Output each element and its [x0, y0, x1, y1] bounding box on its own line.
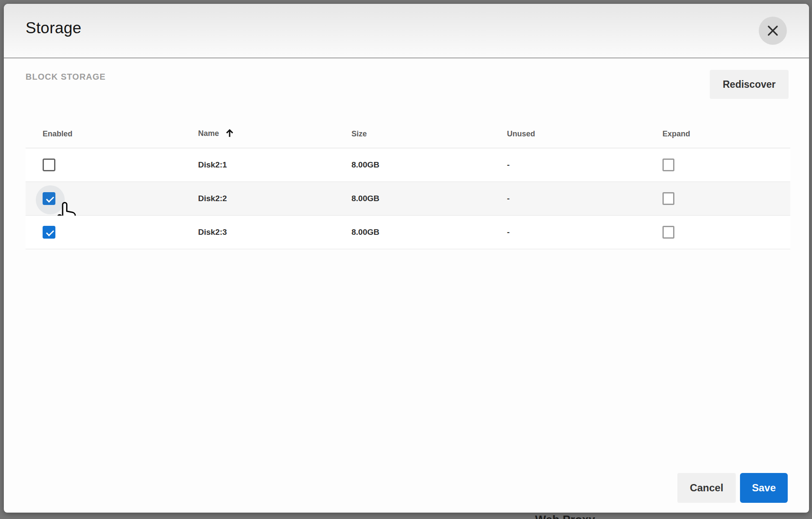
disk-unused: - [507, 194, 510, 203]
table-row-disk2-1: Disk2:1 8.00GB - [26, 148, 790, 182]
table-row-disk2-2: Disk2:2 8.00GB - [26, 182, 790, 216]
storage-dialog: Storage BLOCK STORAGE Rediscover Enabled… [4, 4, 809, 513]
sort-ascending-icon [225, 128, 234, 140]
disk-name: Disk2:3 [198, 228, 227, 237]
dialog-title: Storage [26, 19, 81, 37]
disk-name: Disk2:1 [198, 160, 227, 170]
block-storage-table: Enabled Name Size Unused Expand Disk2:1 … [26, 120, 790, 249]
save-button[interactable]: Save [740, 473, 788, 503]
column-header-unused: Unused [507, 130, 535, 138]
column-header-expand: Expand [662, 130, 690, 138]
section-label-block-storage: BLOCK STORAGE [26, 72, 106, 82]
enabled-checkbox[interactable] [43, 226, 55, 239]
table-header-row: Enabled Name Size Unused Expand [26, 120, 790, 148]
column-header-name[interactable]: Name [198, 128, 234, 140]
table-row-disk2-3: Disk2:3 8.00GB - [26, 216, 790, 249]
column-header-enabled: Enabled [43, 130, 72, 138]
checkbox-hover-halo [36, 185, 65, 214]
disk-unused: - [507, 228, 510, 237]
disk-name: Disk2:2 [198, 194, 227, 203]
column-header-size: Size [351, 130, 367, 138]
disk-size: 8.00GB [351, 160, 379, 170]
rediscover-button[interactable]: Rediscover [710, 70, 789, 99]
background-page-text: Web Proxy [535, 513, 595, 519]
dialog-header: Storage [4, 4, 809, 58]
disk-size: 8.00GB [351, 228, 379, 237]
enabled-checkbox[interactable] [43, 192, 55, 205]
expand-checkbox[interactable] [662, 226, 674, 239]
disk-size: 8.00GB [351, 194, 379, 203]
disk-unused: - [507, 160, 510, 170]
close-button[interactable] [759, 17, 787, 45]
expand-checkbox[interactable] [662, 192, 674, 205]
cancel-button[interactable]: Cancel [677, 473, 736, 503]
enabled-checkbox[interactable] [43, 159, 55, 171]
expand-checkbox[interactable] [662, 159, 674, 171]
close-icon [766, 24, 779, 37]
